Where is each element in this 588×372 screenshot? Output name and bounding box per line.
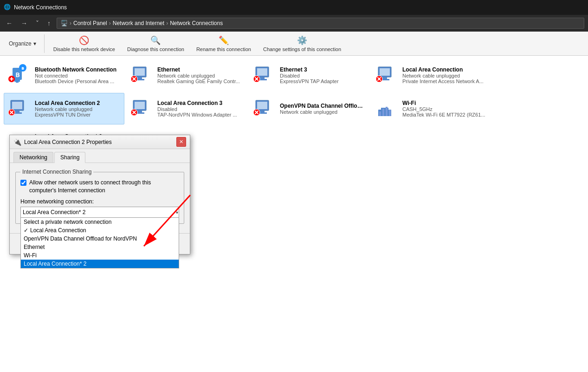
net-info-6: OpenVPN Data Channel Offload for NordVPN… <box>280 103 365 115</box>
diagnose-button[interactable]: 🔍 Diagnose this connection <box>122 33 189 54</box>
net-name-2: Ethernet 3 <box>280 66 365 73</box>
net-adapter-7: MediaTek Wi-Fi 6E MT7922 (RZ61... <box>402 112 488 117</box>
net-status-2: Disabled <box>280 73 365 78</box>
net-adapter-4: ExpressVPN TUN Driver <box>35 112 120 117</box>
dropdown-open-list[interactable]: Select a private network connection ✓ Lo… <box>20 218 179 268</box>
down-button[interactable]: ˅ <box>33 19 41 28</box>
disable-icon: 🚫 <box>79 35 89 46</box>
address-path: 🖥️ › Control Panel › Network and Interne… <box>57 18 584 29</box>
net-name-4: Local Area Connection 2 <box>35 100 120 106</box>
toolbar: Organize ▾ 🚫 Disable this network device… <box>0 32 588 56</box>
svg-rect-1 <box>14 80 20 82</box>
disable-label: Disable this network device <box>53 46 115 52</box>
net-name-7: Wi-Fi <box>402 100 488 106</box>
net-status-4: Network cable unplugged <box>35 106 120 112</box>
svg-rect-39 <box>137 111 142 112</box>
home-network-dropdown[interactable]: Local Area Connection* 2 <box>20 207 179 218</box>
dropdown-option-4[interactable]: Wi-Fi <box>21 251 179 260</box>
network-item-4[interactable]: Local Area Connection 2Network cable unp… <box>4 93 124 124</box>
net-adapter-2: ExpressVPN TAP Adapter <box>280 78 365 84</box>
svg-rect-2 <box>16 82 19 83</box>
net-adapter-0: Bluetooth Device (Personal Area ... <box>35 78 120 84</box>
net-status-0: Not connected <box>35 73 120 78</box>
net-info-7: Wi-FiCASH_5GHzMediaTek Wi-Fi 6E MT7922 (… <box>402 100 488 117</box>
net-info-5: Local Area Connection 3DisabledTAP-NordV… <box>157 100 243 117</box>
network-item-0[interactable]: ʙ ʙ Bluetooth Network ConnectionNot conn… <box>4 59 124 91</box>
toolbar-separator-1 <box>44 34 45 53</box>
svg-rect-25 <box>382 77 387 79</box>
dropdown-option-2[interactable]: OpenVPN Data Channel Offload for NordVPN <box>21 235 179 243</box>
forward-button[interactable]: → <box>19 19 30 28</box>
path-network-internet[interactable]: Network and Internet <box>113 20 164 26</box>
dropdown-option-0[interactable]: Select a private network connection <box>21 218 179 226</box>
rename-label: Rename this connection <box>196 46 251 52</box>
path-icon: 🖥️ <box>61 20 68 26</box>
dialog-content: Internet Connection Sharing Allow other … <box>10 163 190 233</box>
dropdown-option-1[interactable]: ✓ Local Area Connection <box>21 226 179 235</box>
allow-sharing-row: Allow other network users to connect thr… <box>20 179 179 195</box>
home-network-row: Home networking connection: Local Area C… <box>20 198 179 218</box>
back-button[interactable]: ← <box>4 19 15 28</box>
dropdown-option-3[interactable]: Ethernet <box>21 243 179 251</box>
title-bar-title: Network Connections <box>14 4 67 11</box>
dialog-close-button[interactable]: ✕ <box>176 137 186 147</box>
svg-text:ʙ: ʙ <box>21 65 24 71</box>
check-mark: ✓ <box>24 227 28 234</box>
net-adapter-5: TAP-NordVPN Windows Adapter ... <box>157 112 243 117</box>
svg-rect-11 <box>137 77 142 79</box>
change-settings-button[interactable]: ⚙️ Change settings of this connection <box>258 33 346 54</box>
disable-device-button[interactable]: 🚫 Disable this network device <box>48 33 120 54</box>
network-item-2[interactable]: Ethernet 3DisabledExpressVPN TAP Adapter <box>249 59 369 91</box>
svg-rect-32 <box>15 111 19 112</box>
svg-rect-54 <box>382 109 384 116</box>
net-icon-container-4 <box>8 98 30 120</box>
net-info-0: Bluetooth Network ConnectionNot connecte… <box>35 66 120 84</box>
tab-networking[interactable]: Networking <box>13 152 53 163</box>
svg-rect-46 <box>260 111 265 112</box>
network-item-6[interactable]: OpenVPN Data Channel Offload for NordVPN… <box>249 93 369 124</box>
up-button[interactable]: ↑ <box>45 19 53 28</box>
network-item-7[interactable]: Wi-FiCASH_5GHzMediaTek Wi-Fi 6E MT7922 (… <box>371 93 492 124</box>
network-item-1[interactable]: EthernetNetwork cable unpluggedRealtek G… <box>126 59 247 91</box>
ics-fieldset: Internet Connection Sharing Allow other … <box>15 169 184 224</box>
allow-sharing-checkbox[interactable] <box>20 180 26 186</box>
diagnose-icon: 🔍 <box>150 35 161 46</box>
network-item-3[interactable]: Local Area ConnectionNetwork cable unplu… <box>371 59 492 91</box>
net-name-1: Ethernet <box>157 66 243 73</box>
net-name-3: Local Area Connection <box>402 66 488 73</box>
net-name-5: Local Area Connection 3 <box>157 100 243 106</box>
change-settings-label: Change settings of this connection <box>263 46 341 52</box>
dialog-tabs: Networking Sharing <box>10 149 190 163</box>
net-name-0: Bluetooth Network Connection <box>35 66 120 73</box>
rename-button[interactable]: ✏️ Rename this connection <box>191 33 256 54</box>
svg-text:ʙ: ʙ <box>15 71 20 78</box>
svg-rect-17 <box>257 68 267 76</box>
dialog-icon: 🔌 <box>13 138 21 146</box>
net-icon-container-3 <box>375 64 398 86</box>
network-item-5[interactable]: Local Area Connection 3DisabledTAP-NordV… <box>126 93 247 124</box>
net-adapter-3: Private Internet Access Network A... <box>402 78 488 84</box>
diagnose-label: Diagnose this connection <box>127 46 184 52</box>
net-icon-container-0: ʙ ʙ <box>8 64 30 86</box>
net-status-3: Network cable unplugged <box>402 73 488 78</box>
net-status-1: Network cable unplugged <box>157 73 243 78</box>
net-icon-container-5 <box>130 98 153 120</box>
fieldset-legend: Internet Connection Sharing <box>20 169 93 175</box>
organize-arrow: ▾ <box>33 40 36 47</box>
tab-sharing[interactable]: Sharing <box>54 152 85 163</box>
svg-rect-53 <box>379 111 381 116</box>
dropdown-option-5[interactable]: Local Area Connection* 2 <box>21 260 179 268</box>
net-info-4: Local Area Connection 2Network cable unp… <box>35 100 120 117</box>
path-control-panel[interactable]: Control Panel <box>73 20 107 26</box>
net-icon-container-6 <box>253 98 275 120</box>
net-name-6: OpenVPN Data Channel Offload for NordVPN <box>280 103 365 109</box>
svg-rect-56 <box>389 110 391 116</box>
allow-sharing-label: Allow other network users to connect thr… <box>29 179 179 195</box>
dialog-title: Local Area Connection 2 Properties <box>24 139 174 145</box>
organize-button[interactable]: Organize ▾ <box>5 33 40 54</box>
net-status-7: CASH_5GHz <box>402 106 488 112</box>
properties-dialog: 🔌 Local Area Connection 2 Properties ✕ N… <box>9 135 190 255</box>
dropdown-container: Local Area Connection* 2 ▾ Select a priv… <box>20 207 179 218</box>
net-adapter-1: Realtek Gaming GbE Family Contr... <box>157 78 243 84</box>
path-network-connections[interactable]: Network Connections <box>170 20 223 26</box>
